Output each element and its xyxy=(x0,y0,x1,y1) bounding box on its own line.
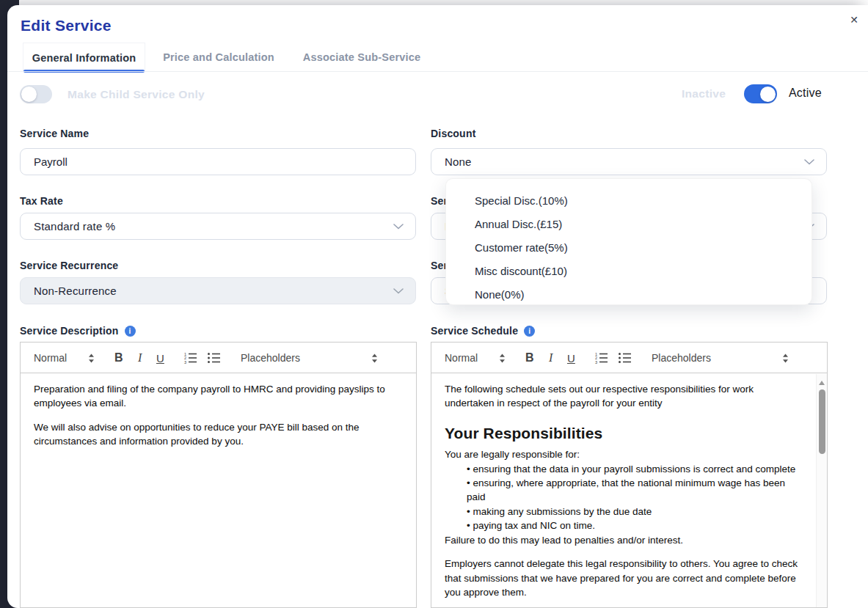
label-text: Service Description xyxy=(20,325,119,337)
inactive-label: Inactive xyxy=(682,87,726,100)
ordered-list-icon[interactable]: 123 xyxy=(594,343,608,373)
edit-service-modal: ✕ Edit Service General Information Price… xyxy=(7,5,868,608)
dropdown-option[interactable]: None(0%) xyxy=(446,282,812,306)
picker-updown-icon xyxy=(88,343,95,373)
paragraph: Employers cannot delegate this legal res… xyxy=(445,557,802,599)
dropdown-option[interactable]: Misc discount(£10) xyxy=(446,259,812,282)
picker-updown-icon xyxy=(371,343,378,373)
picker-updown-icon xyxy=(782,343,789,373)
list-item: paying tax and NIC on time. xyxy=(467,519,802,532)
service-schedule-label: Service Schedule i xyxy=(431,325,535,337)
service-name-label: Service Name xyxy=(20,128,89,139)
make-child-service-toggle[interactable] xyxy=(20,85,52,103)
list-item: making any submissions by the due date xyxy=(467,505,802,519)
schedule-heading: Your Responsibilities xyxy=(445,422,802,444)
editor-toolbar: Normal B I U 123 Placeholders xyxy=(21,343,416,373)
active-status-toggle[interactable] xyxy=(744,84,777,103)
chevron-down-icon xyxy=(804,159,814,165)
tax-rate-select[interactable]: Standard rate % xyxy=(20,213,416,240)
list-item: ensuring, where appropriate, that the na… xyxy=(467,476,802,505)
service-recurrence-value: Non-Recurrence xyxy=(34,285,117,297)
dropdown-option[interactable]: Customer rate(5%) xyxy=(446,235,812,259)
service-description-label: Service Description i xyxy=(20,325,136,337)
tax-rate-value: Standard rate % xyxy=(34,220,115,232)
bold-button[interactable]: B xyxy=(525,343,534,373)
style-select[interactable]: Normal xyxy=(445,343,478,373)
tab-label: Associate Sub-Service xyxy=(303,51,421,63)
scrollbar[interactable] xyxy=(816,374,827,607)
tab-associate-sub-service[interactable]: Associate Sub-Service xyxy=(292,43,431,72)
editor-toolbar: Normal B I U 123 Placeholders xyxy=(431,343,827,373)
discount-label: Discount xyxy=(431,128,476,139)
discount-dropdown-panel: Special Disc.(10%) Annual Disc.(£15) Cus… xyxy=(445,178,812,305)
service-name-input[interactable] xyxy=(34,155,404,168)
paragraph: Preparation and filing of the company pa… xyxy=(34,382,403,411)
svg-text:3: 3 xyxy=(184,360,186,364)
list-item: ensuring that the data in your payroll s… xyxy=(467,462,802,476)
tab-price-and-calculation[interactable]: Price and Calculation xyxy=(151,43,286,72)
tab-label: General Information xyxy=(32,52,136,64)
picker-updown-icon xyxy=(499,343,506,373)
service-name-input-wrap xyxy=(20,148,416,175)
active-label: Active xyxy=(789,87,822,100)
tax-rate-label: Tax Rate xyxy=(20,195,63,207)
discount-value: None xyxy=(445,155,472,168)
underline-button[interactable]: U xyxy=(567,343,575,373)
underline-button[interactable]: U xyxy=(156,343,164,373)
description-content[interactable]: Preparation and filing of the company pa… xyxy=(21,373,416,608)
paragraph: You are legally responsible for: xyxy=(445,447,802,461)
italic-button[interactable]: I xyxy=(138,343,142,373)
responsibilities-list: ensuring that the data in your payroll s… xyxy=(445,462,802,533)
bold-button[interactable]: B xyxy=(114,343,123,373)
chevron-down-icon xyxy=(393,288,404,294)
service-recurrence-select[interactable]: Non-Recurrence xyxy=(20,277,416,304)
style-select[interactable]: Normal xyxy=(34,343,67,373)
close-icon[interactable]: ✕ xyxy=(846,12,862,28)
discount-select[interactable]: None xyxy=(431,148,827,175)
toggle-knob xyxy=(760,87,776,102)
italic-button[interactable]: I xyxy=(549,343,552,373)
paragraph: Failure to do this may lead to penalties… xyxy=(445,533,802,547)
dropdown-option[interactable]: Special Disc.(10%) xyxy=(446,188,812,212)
ordered-list-icon[interactable]: 123 xyxy=(183,343,197,373)
info-icon[interactable]: i xyxy=(125,326,136,337)
schedule-content[interactable]: The following schedule sets out our resp… xyxy=(431,373,827,608)
tab-general-information[interactable]: General Information xyxy=(23,43,145,72)
info-icon[interactable]: i xyxy=(524,326,535,337)
service-schedule-editor: Normal B I U 123 Placeholders The follow… xyxy=(431,342,828,608)
paragraph: The following schedule sets out our resp… xyxy=(445,382,802,411)
service-recurrence-label: Service Recurrence xyxy=(20,260,118,271)
scroll-up-arrow-icon[interactable] xyxy=(819,381,825,385)
dropdown-option[interactable]: Annual Disc.(£15) xyxy=(446,212,812,235)
bullet-list-icon[interactable] xyxy=(207,343,221,373)
paragraph: We will also advise on opportunities to … xyxy=(34,420,403,449)
make-child-service-label: Make Child Service Only xyxy=(68,88,205,101)
tab-label: Price and Calculation xyxy=(163,51,274,63)
svg-text:3: 3 xyxy=(595,360,597,364)
placeholders-select[interactable]: Placeholders xyxy=(652,343,711,373)
tabbar-divider xyxy=(7,71,868,72)
placeholders-select[interactable]: Placeholders xyxy=(241,343,300,373)
label-text: Service Schedule xyxy=(431,325,518,337)
chevron-down-icon xyxy=(393,224,404,230)
toggle-knob xyxy=(21,87,37,102)
scrollbar-thumb[interactable] xyxy=(819,389,825,454)
service-description-editor: Normal B I U 123 Placeholders Preparatio… xyxy=(20,342,417,608)
bullet-list-icon[interactable] xyxy=(618,343,632,373)
modal-title: Edit Service xyxy=(21,17,112,34)
